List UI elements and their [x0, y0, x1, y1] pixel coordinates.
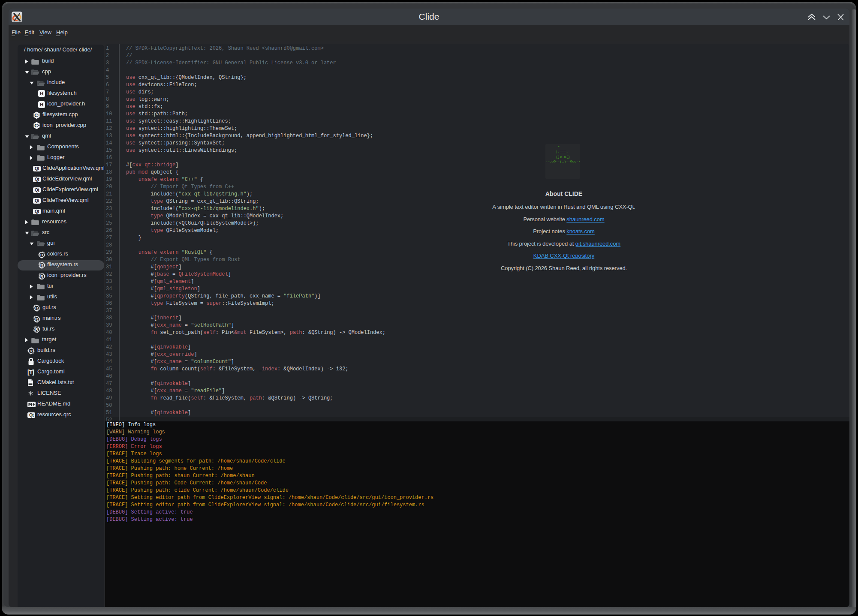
svg-text:R: R [35, 327, 38, 332]
svg-text:+: + [38, 114, 40, 117]
svg-text:R: R [35, 306, 38, 310]
svg-text:C: C [34, 113, 38, 118]
svg-text:R: R [30, 349, 33, 353]
svg-text:+: + [38, 124, 40, 127]
svg-text:R: R [35, 317, 38, 322]
svg-text:R: R [40, 252, 43, 257]
svg-text:R: R [40, 263, 43, 267]
svg-text:R: R [40, 274, 43, 279]
svg-text:C: C [34, 123, 38, 128]
